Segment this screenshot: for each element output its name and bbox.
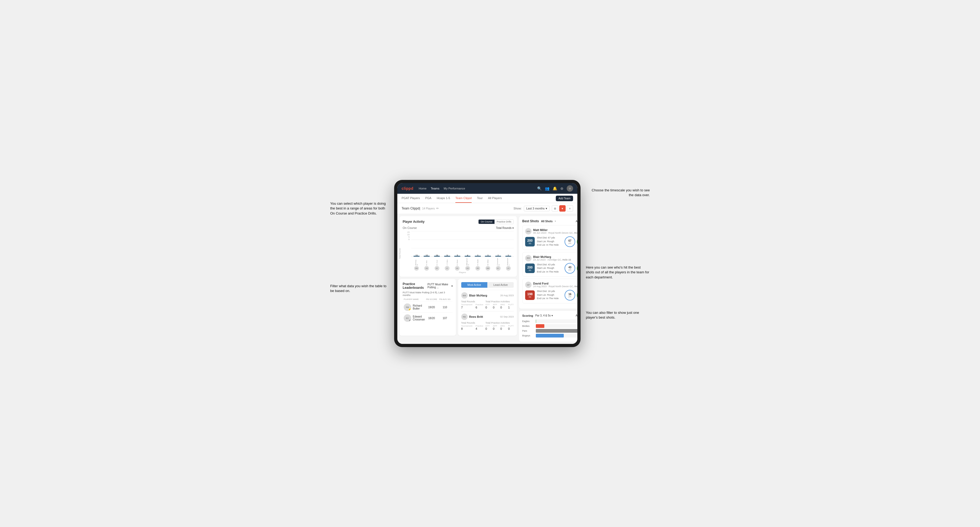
shot-card-2[interactable]: BM Blair McHarg 23 Jul 2023 · Ashridge G… — [522, 252, 578, 277]
best-shots-title: Best Shots — [522, 219, 539, 223]
shot-p2-shot-info: Shot Dist: 43 yds Start Lie: Rough End L… — [537, 263, 562, 274]
scoring-bar-birdies — [536, 324, 578, 328]
bar-group-8[interactable]: 2 — [494, 254, 502, 257]
subnav-all-players[interactable]: All Players — [488, 194, 502, 203]
on-course-toggle[interactable]: On Course — [479, 220, 495, 224]
plus-circle-icon[interactable]: ⊕ — [560, 186, 563, 190]
bottom-panels: Practice Leaderboards PUTT Must Make Put… — [399, 279, 517, 336]
activity-card-header: Player Activity On Course Practice Drill… — [402, 219, 514, 224]
main-content: Player Activity On Course Practice Drill… — [397, 214, 578, 344]
metric-val-1a: 67 — [568, 239, 571, 242]
list-view-button[interactable]: ♥ — [559, 205, 566, 211]
subnav-pga[interactable]: PGA — [425, 194, 431, 203]
p2-app-col: APP 0 — [493, 325, 497, 330]
p1-arg-label: ARG — [500, 303, 505, 306]
grid-line-3 — [411, 248, 514, 248]
least-active-btn[interactable]: Least Active — [487, 282, 514, 288]
bar-group-6[interactable]: 3 — [474, 254, 482, 257]
detail-view-button[interactable]: ≡ — [567, 205, 573, 211]
p2-tournament-col: Tournament 8 — [461, 325, 473, 330]
shot-p2-meta: 23 Jul 2023 · Ashridge GC, Hole 15 — [533, 259, 571, 261]
shot-card-3[interactable]: DF David Ford 24 Aug 2023 · Royal North … — [522, 279, 578, 303]
shot-p3-text: David Ford 24 Aug 2023 · Royal North Dev… — [533, 282, 578, 288]
x-text-5: G. Billingham — [466, 258, 469, 265]
y-0: 0 — [402, 238, 410, 241]
bs-chevron-shots: ▾ — [555, 220, 556, 223]
bar-group-0[interactable]: 13 — [412, 254, 421, 257]
scoring-player-filter[interactable]: All Players ▾ — [576, 314, 578, 317]
subnav-team-clippd[interactable]: Team Clippd — [455, 194, 472, 203]
nav-link-performance[interactable]: My Performance — [444, 186, 465, 191]
scoring-filter-dropdown[interactable]: Par 3, 4 & 5s ▾ — [535, 314, 553, 317]
metric-unit-3a: yds — [568, 296, 571, 298]
lb-avg-1: 110 — [438, 306, 452, 309]
shot-p3-header: DF David Ford 24 Aug 2023 · Royal North … — [525, 282, 578, 288]
scoring-chevron-icon: ▾ — [552, 314, 553, 317]
nav-link-teams[interactable]: Teams — [431, 186, 439, 191]
active-avatar-2: RB — [461, 314, 468, 320]
x-avatar-7: MM — [485, 266, 490, 271]
shot-card-1[interactable]: MM Matt Miller 09 Jun 2023 · Royal North… — [522, 225, 578, 250]
player-activity-card: Player Activity On Course Practice Drill… — [399, 216, 517, 277]
medal-1: 1 — [409, 308, 411, 311]
scoring-title: Scoring — [522, 314, 533, 317]
x-avatar-2: DF — [434, 266, 439, 271]
scoring-header: Scoring Par 3, 4 & 5s ▾ All Players ▾ — [522, 314, 578, 317]
metric-dropdown[interactable]: Total Rounds ▾ — [496, 227, 514, 229]
nav-links: Home Teams My Performance — [418, 186, 532, 191]
p1-app-col: APP 0 — [493, 303, 497, 309]
p2-gtt-label: GTT — [485, 325, 490, 327]
bar-group-5[interactable]: 4 — [463, 254, 472, 257]
p1-gtt-label: GTT — [485, 303, 490, 306]
users-icon[interactable]: 👥 — [545, 186, 549, 190]
annotation-filter-player: You can also filter to show just one pla… — [586, 310, 650, 320]
search-icon[interactable]: 🔍 — [537, 186, 542, 190]
active-player-1: BM Blair McHarg 26 Aug 2023 Total Rounds — [461, 290, 514, 311]
scoring-fill-pars — [536, 329, 578, 333]
x-text-8: E. Crossman — [497, 258, 500, 265]
bar-group-2[interactable]: 10 — [433, 254, 441, 257]
bar-group-1[interactable]: 12 — [422, 254, 431, 257]
grid-view-button[interactable]: ⊞ — [552, 205, 558, 211]
time-filter-dropdown[interactable]: Last 3 months ▾ — [524, 206, 550, 211]
bar-group-3[interactable]: 9 — [443, 254, 451, 257]
nav-link-home[interactable]: Home — [418, 186, 426, 191]
all-shots-tab[interactable]: All Shots — [541, 220, 552, 223]
shot-p3-details: 198 SG Shot Dist: 16 yds Start Lie: Roug… — [525, 290, 578, 300]
practice-drills-toggle[interactable]: Practice Drills — [495, 220, 514, 224]
subnav-tour[interactable]: Tour — [477, 194, 482, 203]
active-player-2: RB Rees Britt 02 Sep 2023 Total Rounds — [461, 311, 514, 332]
subnav-pgat[interactable]: PGAT Players — [402, 194, 420, 203]
shot-p2-text: Blair McHarg 23 Jul 2023 · Ashridge GC, … — [533, 255, 571, 261]
add-team-button[interactable]: Add Team — [556, 195, 573, 201]
bell-icon[interactable]: 🔔 — [552, 186, 557, 190]
user-avatar[interactable]: U — [567, 185, 573, 192]
shot-score-badge-1: 200 SG — [525, 237, 535, 246]
lb-dropdown[interactable]: PUTT Must Make Putting ... ▾ — [428, 283, 452, 289]
p1-tournament-col: Tournament 7 — [461, 303, 473, 309]
leaderboard-card: Practice Leaderboards PUTT Must Make Put… — [399, 279, 456, 336]
sub-nav: PGAT Players PGA Hcaps 1-5 Team Clippd T… — [397, 194, 578, 203]
edit-icon[interactable]: ✏ — [436, 206, 439, 210]
scoring-bar-bogeys — [536, 334, 578, 338]
bar-marker-2 — [434, 256, 440, 257]
show-filter: Show: Last 3 months ▾ ⊞ ♥ ≡ — [514, 205, 573, 211]
shot-metric-2a: 43 yds — [565, 263, 575, 274]
team-header: Team Clippd | 14 Players ✏ Show: Last 3 … — [397, 203, 578, 214]
scoring-row-pars: Pars 499 — [522, 329, 578, 333]
scoring-row-birdies: Birdies 96 — [522, 324, 578, 328]
shot-avatar-2: BM — [525, 255, 531, 261]
players-filter-dropdown[interactable]: All Players ▾ — [576, 220, 578, 223]
lb-score-2: 18/20 — [425, 317, 438, 320]
bar-group-4[interactable]: 5 — [453, 254, 461, 257]
team-count: | 14 Players — [419, 206, 435, 210]
bar-group-9[interactable]: 2 — [504, 254, 513, 257]
shot-p1-info: MM Matt Miller 09 Jun 2023 · Royal North… — [525, 228, 578, 235]
subnav-hcaps[interactable]: Hcaps 1-5 — [437, 194, 450, 203]
bar-group-7[interactable]: 3 — [484, 254, 492, 257]
most-active-btn[interactable]: Most Active — [461, 282, 488, 288]
x-text-2: D. Ford — [436, 258, 438, 265]
x-text-7: M. Miller — [487, 258, 488, 265]
p2-putt-col: PUTT 0 — [508, 325, 514, 330]
shot-p2-header: BM Blair McHarg 23 Jul 2023 · Ashridge G… — [525, 255, 578, 261]
